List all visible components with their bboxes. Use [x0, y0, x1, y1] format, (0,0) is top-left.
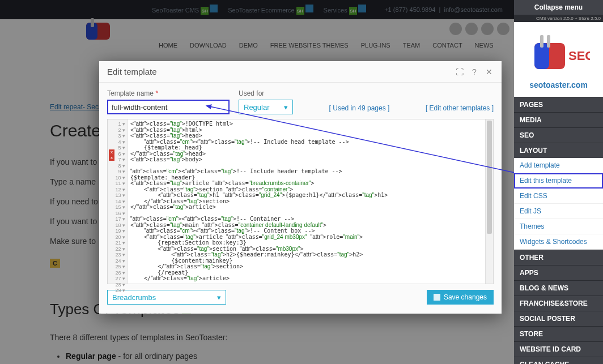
sidebar-section-cleancache[interactable]: CLEAN CACHE — [514, 357, 603, 364]
editor-code-area[interactable]: <"attr">class="tag">!DOCTYPE html> <"att… — [128, 119, 485, 284]
svg-rect-6 — [540, 35, 543, 48]
svg-text:SEO: SEO — [568, 49, 590, 63]
sidebar-section-seo[interactable]: SEO — [514, 127, 603, 143]
help-icon[interactable]: ? — [470, 67, 479, 76]
scrollbar-thumb[interactable] — [487, 121, 492, 234]
used-in-pages-link[interactable]: [ Used in 49 pages ] — [329, 104, 390, 112]
sidebar-section-store[interactable]: STORE — [514, 326, 603, 341]
save-button[interactable]: Save changes — [427, 290, 494, 305]
sidebar-item-add-template[interactable]: Add template — [514, 158, 603, 173]
chevron-down-icon: ▾ — [284, 103, 288, 112]
sidebar-section-social[interactable]: SOCIAL POSTER — [514, 311, 603, 326]
edit-template-modal: Edit template ⛶ ? ✕ Template name * Used… — [99, 61, 502, 314]
sidebar-item-edit-css[interactable]: Edit CSS — [514, 189, 603, 204]
used-for-label: Used for — [239, 89, 293, 97]
sidebar-section-blog[interactable]: BLOG & NEWS — [514, 280, 603, 296]
editor-gutter: x x 1 ▾2 ▾3 ▾4 ▾5 ▾6 ▾7 ▾8 ▾9 ▾10 ▾11 ▾1… — [108, 119, 128, 284]
used-for-select[interactable]: Regular▾ — [239, 100, 293, 114]
collapse-menu-button[interactable]: Collapse menu — [514, 0, 603, 15]
fullscreen-icon[interactable]: ⛶ — [455, 67, 464, 76]
admin-sidebar: Collapse menu CMS version 2.5.0 + Store … — [514, 0, 603, 364]
template-name-input[interactable] — [107, 100, 230, 114]
sidebar-section-franchise[interactable]: FRANCHISE&STORE — [514, 296, 603, 311]
code-editor[interactable]: x x 1 ▾2 ▾3 ▾4 ▾5 ▾6 ▾7 ▾8 ▾9 ▾10 ▾11 ▾1… — [107, 119, 494, 284]
sidebar-section-pages[interactable]: PAGES — [514, 97, 603, 112]
sidebar-section-idcard[interactable]: WEBSITE ID CARD — [514, 341, 603, 357]
version-text: CMS version 2.5.0 + Store 2.5.0 — [514, 15, 603, 22]
svg-rect-7 — [547, 35, 550, 48]
sidebar-item-edit-this-template[interactable]: Edit this template — [514, 173, 603, 189]
template-name-label: Template name * — [107, 89, 230, 97]
error-marker-icon[interactable]: x — [109, 149, 114, 155]
admin-logo[interactable]: SEO seotoaster.com — [514, 22, 603, 97]
sidebar-section-media[interactable]: MEDIA — [514, 112, 603, 127]
modal-title: Edit template — [107, 67, 157, 76]
editor-scrollbar[interactable] — [485, 119, 493, 284]
edit-other-templates-link[interactable]: [ Edit other templates ] — [426, 104, 494, 112]
sidebar-section-layout[interactable]: LAYOUT — [514, 143, 603, 158]
admin-brand-text: seotoaster.com — [529, 80, 588, 89]
sidebar-item-themes[interactable]: Themes — [514, 219, 603, 234]
sidebar-item-widgets[interactable]: Widgets & Shortcodes — [514, 234, 603, 250]
error-marker-icon[interactable]: x — [109, 155, 114, 161]
close-icon[interactable]: ✕ — [485, 67, 494, 76]
sidebar-section-other[interactable]: OTHER — [514, 250, 603, 265]
chevron-down-icon: ▾ — [217, 293, 221, 302]
sidebar-section-apps[interactable]: APPS — [514, 265, 603, 280]
sidebar-item-edit-js[interactable]: Edit JS — [514, 204, 603, 219]
save-icon — [434, 294, 440, 301]
